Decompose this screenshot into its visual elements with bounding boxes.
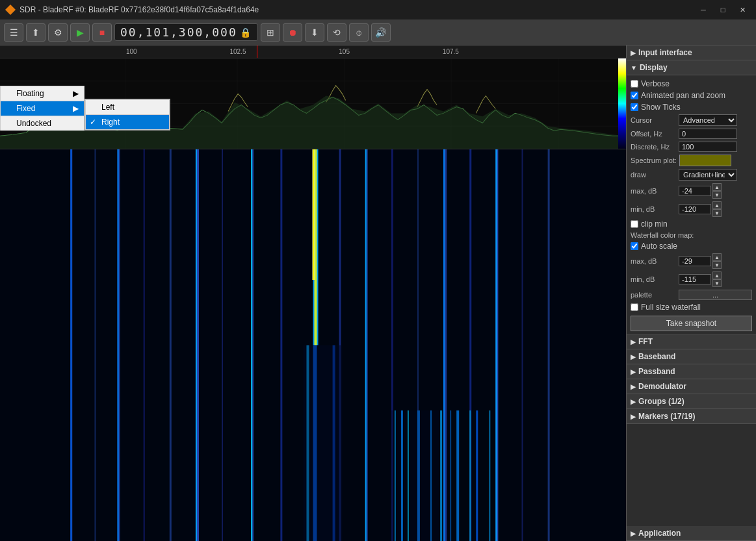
volume-button[interactable]: 🔊 (371, 23, 391, 42)
svg-rect-34 (365, 149, 367, 541)
verbose-row: Verbose (631, 78, 752, 90)
svg-rect-41 (312, 149, 313, 280)
show-ticks-row: Show Ticks (631, 101, 752, 113)
menu-button[interactable]: ☰ (4, 23, 23, 42)
floating-label: Floating (16, 89, 44, 98)
verbose-checkbox[interactable] (631, 80, 638, 88)
play-button[interactable]: ▶ (70, 23, 90, 42)
wf-min-db-label: min, dB (631, 275, 676, 283)
menu-item-fixed[interactable]: Fixed ▶ (0, 101, 85, 116)
submenu-item-left[interactable]: Left (85, 99, 170, 114)
menu-item-floating[interactable]: Floating ▶ (0, 86, 85, 101)
display-label: Display (640, 63, 668, 72)
animated-pan-row: Animated pan and zoom (631, 90, 752, 101)
clip-min-checkbox[interactable] (631, 220, 638, 228)
stop-button[interactable]: ■ (92, 23, 112, 42)
svg-rect-11 (94, 149, 96, 541)
demodulator-label: Demodulator (638, 382, 686, 391)
markers-arrow: ▶ (631, 413, 636, 420)
svg-rect-42 (313, 149, 315, 280)
spectrum-button[interactable]: ⊞ (261, 23, 280, 42)
auto-scale-checkbox[interactable] (631, 242, 638, 250)
min-db-up[interactable]: ▲ (712, 201, 722, 209)
markers-header[interactable]: ▶ Markers (17/19) (627, 409, 756, 424)
animated-pan-checkbox[interactable] (631, 92, 638, 99)
waterfall-svg (0, 149, 626, 541)
waterfall-colormap-label: Waterfall color map: (631, 231, 694, 239)
svg-rect-40 (333, 346, 335, 542)
groups-arrow: ▶ (631, 398, 636, 405)
fft-header[interactable]: ▶ FFT (627, 334, 756, 349)
titlebar: SDR - BladeRF #0: BladeRF 0x77162e38f0d1… (0, 0, 756, 19)
svg-rect-32 (196, 149, 197, 541)
draw-row: draw Gradient+line Line Filled (631, 168, 752, 182)
full-size-waterfall-checkbox[interactable] (631, 303, 638, 311)
svg-rect-46 (401, 410, 403, 541)
display-header[interactable]: ▼ Display (627, 60, 756, 75)
max-db-row: max, dB ▲ ▼ (631, 182, 752, 200)
fft-label: FFT (638, 337, 653, 346)
groups-header[interactable]: ▶ Groups (1/2) (627, 394, 756, 409)
svg-rect-28 (522, 149, 523, 541)
draw-select[interactable]: Gradient+line Line Filled (679, 169, 737, 181)
freq-label-100: 100 (126, 48, 137, 55)
submenu-item-right[interactable]: ✓ Right (85, 114, 170, 130)
input-interface-header[interactable]: ▶ Input interface (627, 45, 756, 60)
max-db-input[interactable] (679, 186, 711, 196)
save-button[interactable]: ⬇ (305, 23, 324, 42)
groups-label: Groups (1/2) (638, 397, 684, 406)
wf-max-db-up[interactable]: ▲ (712, 253, 722, 261)
submenu: Left ✓ Right (85, 99, 170, 131)
palette-button[interactable]: ... (679, 290, 752, 300)
maximize-button[interactable]: □ (714, 3, 731, 16)
clip-min-label: clip min (641, 220, 668, 229)
freq-label-1075: 107.5 (443, 48, 459, 55)
loop-button[interactable]: ⟲ (327, 23, 346, 42)
max-db-label: max, dB (631, 187, 676, 195)
wf-max-db-input[interactable] (679, 256, 711, 266)
palette-label: palette (631, 291, 676, 299)
min-db-down[interactable]: ▼ (712, 209, 722, 217)
cursor-row: Cursor Advanced Normal Simple (631, 113, 752, 127)
discrete-hz-label: Discrete, Hz (631, 143, 676, 151)
show-ticks-checkbox[interactable] (631, 103, 638, 111)
submenu-arrow-fixed: ▶ (73, 104, 79, 113)
application-header[interactable]: ▶ Application (627, 526, 756, 541)
display-content: Verbose Animated pan and zoom Show Ticks… (627, 75, 756, 334)
wf-min-db-up[interactable]: ▲ (712, 271, 722, 279)
settings-button[interactable]: ⚙ (48, 23, 68, 42)
discrete-hz-input[interactable]: 100 (679, 142, 737, 152)
svg-rect-16 (222, 149, 223, 541)
max-db-up[interactable]: ▲ (712, 183, 722, 191)
menu-item-undocked[interactable]: Undocked (0, 116, 85, 131)
offset-hz-row: Offset, Hz 0 (631, 127, 752, 140)
cursor-button[interactable]: ⬆ (26, 23, 46, 42)
wf-max-db-down[interactable]: ▼ (712, 261, 722, 269)
freq-label-1025: 102.5 (229, 48, 246, 55)
baseband-header[interactable]: ▶ Baseband (627, 349, 756, 364)
passband-header[interactable]: ▶ Passband (627, 364, 756, 379)
spectrum-color-swatch[interactable] (679, 155, 731, 166)
svg-rect-52 (456, 410, 459, 541)
close-button[interactable]: ✕ (734, 3, 751, 16)
lock-icon: 🔒 (240, 27, 252, 38)
waterfall[interactable] (0, 149, 626, 541)
waterfall-colormap-row: Waterfall color map: (631, 230, 752, 240)
cursor-select[interactable]: Advanced Normal Simple (679, 114, 737, 126)
max-db-down[interactable]: ▼ (712, 191, 722, 199)
min-db-spinners: ▲ ▼ (712, 201, 722, 217)
min-db-input[interactable] (679, 204, 711, 214)
wf-min-db-input[interactable] (679, 274, 711, 284)
svg-rect-35 (443, 149, 445, 541)
wf-min-db-down[interactable]: ▼ (712, 279, 722, 287)
minimize-button[interactable]: ─ (695, 3, 712, 16)
svg-rect-54 (476, 410, 478, 541)
svg-rect-14 (170, 149, 172, 541)
demodulator-header[interactable]: ▶ Demodulator (627, 379, 756, 394)
baseband-label: Baseband (638, 352, 675, 361)
offset-hz-input[interactable]: 0 (679, 129, 737, 139)
take-snapshot-button[interactable]: Take snapshot (631, 316, 752, 331)
filter-button[interactable]: ⌽ (349, 23, 369, 42)
wf-max-db-spinners: ▲ ▼ (712, 253, 722, 269)
record-button[interactable]: ⏺ (283, 23, 302, 42)
